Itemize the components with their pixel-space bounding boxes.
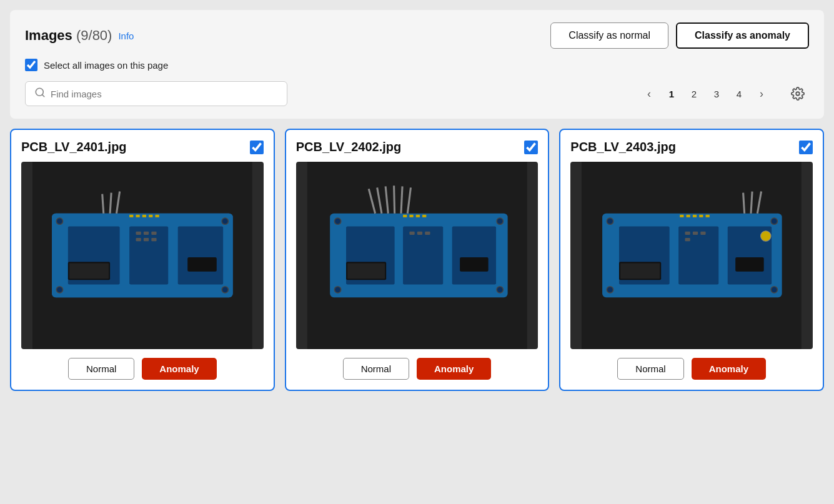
svg-rect-7 — [129, 226, 168, 284]
card-1-image — [21, 162, 264, 349]
svg-rect-34 — [452, 226, 495, 284]
svg-rect-18 — [136, 238, 141, 241]
svg-line-42 — [401, 186, 402, 213]
select-all-label: Select all images on this page — [44, 60, 168, 71]
image-card-1: PCB_LV_2401.jpg — [10, 129, 275, 391]
card-3-normal-button[interactable]: Normal — [617, 358, 683, 380]
svg-line-41 — [394, 185, 394, 213]
svg-rect-69 — [685, 238, 690, 241]
svg-point-48 — [497, 218, 503, 224]
classify-buttons: Classify as normal Classify as anomaly — [550, 22, 809, 49]
svg-point-74 — [771, 287, 777, 293]
card-2-header: PCB_LV_2402.jpg — [296, 140, 539, 154]
classify-anomaly-button[interactable]: Classify as anomaly — [676, 22, 809, 49]
card-3-anomaly-button[interactable]: Anomaly — [692, 358, 766, 380]
svg-line-1 — [42, 94, 44, 96]
svg-rect-61 — [620, 263, 660, 279]
page-2-button[interactable]: 2 — [684, 84, 704, 104]
svg-point-23 — [56, 287, 62, 293]
svg-rect-66 — [685, 232, 690, 235]
svg-rect-76 — [687, 215, 690, 217]
svg-rect-44 — [409, 232, 414, 235]
svg-rect-36 — [347, 263, 385, 279]
pagination: ‹ 1 2 3 4 › — [639, 84, 772, 104]
svg-point-22 — [222, 218, 228, 224]
svg-point-49 — [334, 287, 340, 293]
svg-line-13 — [110, 193, 111, 214]
svg-point-70 — [761, 231, 772, 242]
svg-rect-51 — [403, 215, 407, 217]
svg-rect-33 — [403, 226, 443, 284]
svg-rect-79 — [706, 215, 710, 217]
svg-rect-26 — [136, 215, 139, 217]
svg-rect-78 — [700, 215, 703, 217]
search-input[interactable] — [51, 89, 278, 99]
svg-rect-25 — [129, 215, 133, 217]
card-2-normal-button[interactable]: Normal — [343, 358, 409, 380]
card-3-filename: PCB_LV_2403.jpg — [570, 140, 676, 154]
svg-rect-52 — [409, 215, 413, 217]
svg-point-73 — [607, 287, 613, 293]
cards-grid: PCB_LV_2401.jpg — [10, 129, 824, 391]
title-area: Images (9/80) Info — [25, 27, 134, 44]
svg-line-63 — [743, 193, 745, 214]
card-3-header: PCB_LV_2403.jpg — [570, 140, 813, 154]
search-icon — [34, 87, 46, 101]
image-card-3: PCB_LV_2403.jpg — [559, 129, 824, 391]
page-3-button[interactable]: 3 — [707, 84, 727, 104]
page-1-button[interactable]: 1 — [662, 84, 682, 104]
card-2-filename: PCB_LV_2402.jpg — [296, 140, 402, 154]
svg-rect-11 — [187, 257, 217, 272]
svg-point-72 — [771, 218, 777, 224]
card-1-checkbox[interactable] — [250, 141, 264, 154]
svg-rect-37 — [460, 257, 489, 272]
svg-point-71 — [607, 218, 613, 224]
svg-point-50 — [497, 287, 503, 293]
svg-line-12 — [102, 194, 104, 214]
svg-rect-46 — [425, 232, 430, 235]
page-4-button[interactable]: 4 — [729, 84, 749, 104]
info-link[interactable]: Info — [118, 31, 134, 41]
select-all-checkbox[interactable] — [25, 59, 37, 71]
card-1-anomaly-button[interactable]: Anomaly — [142, 358, 216, 380]
svg-rect-75 — [680, 215, 684, 217]
search-pagination-row: ‹ 1 2 3 4 › — [25, 81, 809, 106]
svg-rect-19 — [144, 238, 149, 241]
card-2-checkbox[interactable] — [524, 141, 538, 154]
top-panel: Images (9/80) Info Classify as normal Cl… — [10, 10, 824, 119]
top-row: Images (9/80) Info Classify as normal Cl… — [25, 22, 809, 49]
card-3-image — [570, 162, 813, 349]
svg-rect-27 — [142, 215, 146, 217]
settings-button[interactable] — [787, 82, 809, 105]
svg-rect-8 — [178, 226, 223, 284]
svg-line-64 — [751, 192, 752, 214]
svg-rect-54 — [422, 215, 426, 217]
search-box — [25, 81, 287, 106]
card-3-checkbox[interactable] — [799, 141, 813, 154]
svg-rect-62 — [736, 257, 765, 272]
svg-rect-53 — [415, 215, 419, 217]
svg-rect-77 — [693, 215, 697, 217]
svg-point-21 — [56, 218, 62, 224]
pagination-prev-button[interactable]: ‹ — [639, 84, 659, 104]
svg-rect-10 — [69, 263, 109, 279]
card-2-actions: Normal Anomaly — [296, 358, 539, 380]
card-1-actions: Normal Anomaly — [21, 358, 264, 380]
card-3-actions: Normal Anomaly — [570, 358, 813, 380]
card-1-normal-button[interactable]: Normal — [68, 358, 134, 380]
card-2-image — [296, 162, 539, 349]
image-card-2: PCB_LV_2402.jpg — [285, 129, 550, 391]
title-word: Images — [25, 27, 72, 43]
card-2-anomaly-button[interactable]: Anomaly — [417, 358, 491, 380]
svg-rect-15 — [136, 232, 141, 235]
classify-normal-button[interactable]: Classify as normal — [550, 22, 668, 49]
svg-rect-28 — [149, 215, 152, 217]
svg-rect-16 — [144, 232, 149, 235]
page-title: Images (9/80) — [25, 27, 112, 44]
svg-rect-20 — [151, 238, 156, 241]
pagination-next-button[interactable]: › — [752, 84, 772, 104]
svg-rect-67 — [693, 232, 698, 235]
svg-rect-45 — [417, 232, 422, 235]
svg-point-47 — [334, 218, 340, 224]
svg-rect-68 — [701, 232, 706, 235]
